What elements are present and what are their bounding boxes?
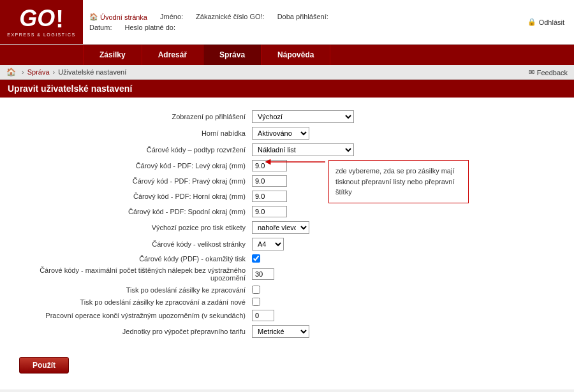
label-pozice: Výchozí pozice pro tisk etikety	[10, 224, 252, 231]
control-horni: Aktivováno Deaktivováno	[252, 127, 564, 140]
label-horni-okraj: Čárový kód - PDF: Horní okraj (mm)	[10, 192, 252, 200]
label-okamzity: Čárové kódy (PDF) - okamžitý tisk	[10, 255, 252, 263]
header: GO ! EXPRESS & LOGISTICS 🏠 Úvodní stránk…	[0, 0, 574, 45]
breadcrumb: 🏠 › Správa › Uživatelské nastavení ✉ Fee…	[0, 65, 574, 80]
zakaznicke-label: Zákaznické číslo GO!:	[196, 13, 265, 21]
select-zobrazeni[interactable]: Výchozí	[252, 110, 354, 123]
label-max-nalepek: Čárové kódy - maximální počet tištěných …	[10, 266, 252, 282]
input-max-nalepek[interactable]	[252, 268, 274, 280]
nav-item-napoveda[interactable]: Nápověda	[261, 45, 330, 65]
zakaznicke-field: Zákaznické číslo GO!:	[196, 13, 265, 21]
checkbox-tisk-zadani[interactable]	[252, 298, 260, 306]
select-jednotky[interactable]: Metrické Imperiální	[252, 325, 309, 338]
label-spodni: Čárový kód - PDF: Spodní okraj (mm)	[10, 208, 252, 215]
page-title-bar: Upravit uživatelské nastavení	[0, 80, 574, 98]
breadcrumb-sep-1: ›	[22, 68, 24, 76]
label-levy: Čárový kód - PDF: Levý okraj (mm)	[10, 162, 252, 170]
logo-exclaim: !	[55, 7, 64, 31]
form-row-tisk-odeslani: Tisk po odeslání zásilky ke zpracování	[10, 286, 564, 294]
jmeno-label: Jméno:	[160, 13, 183, 21]
input-horni-okraj[interactable]	[252, 191, 287, 202]
label-pracovni: Pracovní operace končí výstražným upozor…	[10, 312, 252, 319]
label-pravy: Čárový kód - PDF: Pravý okraj (mm)	[10, 177, 252, 185]
breadcrumb-home-icon[interactable]: 🏠	[6, 68, 16, 76]
form-row-horni: Horní nabídka Aktivováno Deaktivováno	[10, 127, 564, 140]
label-jednotky: Jednotky pro výpočet přepravního tarifu	[10, 328, 252, 335]
select-velikost[interactable]: A4 A5	[252, 238, 284, 250]
barcodes-section: Čárový kód - PDF: Levý okraj (mm) Čárový…	[10, 160, 564, 217]
control-pozice: nahoře vlevo nahoře vpravo dole vlevo do…	[252, 221, 564, 234]
form-row-okamzity: Čárové kódy (PDF) - okamžitý tisk	[10, 254, 564, 263]
form-row-podtyp: Čárové kódy – podtyp rozvržení Nákladní …	[10, 143, 564, 156]
label-tisk-odeslani: Tisk po odeslání zásilky ke zpracování	[10, 286, 252, 294]
label-podtyp: Čárové kódy – podtyp rozvržení	[10, 146, 252, 154]
form-row-jednotky: Jednotky pro výpočet přepravního tarifu …	[10, 325, 564, 338]
form-row-zobrazeni: Zobrazení po přihlášení Výchozí	[10, 110, 564, 123]
feedback-label: Feedback	[537, 68, 568, 76]
header-info: 🏠 Úvodní stránka Jméno: Zákaznické číslo…	[83, 0, 527, 44]
logo-area: GO ! EXPRESS & LOGISTICS	[0, 0, 83, 44]
content-area: Zobrazení po přihlášení Výchozí Horní na…	[0, 98, 574, 389]
nav-item-sprava[interactable]: Správa	[203, 45, 261, 65]
submit-button[interactable]: Použít	[19, 357, 69, 374]
heslo-label: Heslo platné do:	[124, 24, 175, 31]
tooltip-text: zde vybereme, zda se pro zásilky mají ti…	[335, 167, 455, 196]
control-max-nalepek	[252, 268, 564, 280]
control-okamzity	[252, 254, 564, 263]
input-pracovni[interactable]	[252, 310, 274, 321]
label-velikost: Čárové kódy - velikost stránky	[10, 240, 252, 248]
logo-text: GO	[19, 7, 55, 30]
label-horni: Horní nabídka	[10, 129, 252, 137]
tooltip-box: zde vybereme, zda se pro zásilky mají ti…	[328, 160, 469, 203]
control-tisk-odeslani	[252, 286, 564, 294]
home-icon: 🏠	[89, 13, 98, 21]
breadcrumb-sep-2: ›	[53, 68, 55, 76]
datum-label: Datum:	[89, 24, 112, 31]
submit-area: Použít	[10, 347, 564, 380]
page-title: Upravit uživatelské nastavení	[8, 83, 566, 94]
tooltip-callout: zde vybereme, zda se pro zásilky mají ti…	[328, 160, 469, 203]
control-pracovni	[252, 310, 564, 321]
nav-item-zasilky[interactable]: Zásilky	[83, 45, 142, 65]
jmeno-field: Jméno:	[160, 13, 183, 21]
control-velikost: A4 A5	[252, 238, 564, 250]
heslo-field: Heslo platné do:	[124, 24, 175, 31]
form-row-pracovni: Pracovní operace končí výstražným upozor…	[10, 310, 564, 321]
form-row-pozice: Výchozí pozice pro tisk etikety nahoře v…	[10, 221, 564, 234]
breadcrumb-sprava[interactable]: Správa	[27, 68, 50, 76]
doba-field: Doba přihlášení:	[277, 13, 328, 21]
label-tisk-zadani: Tisk po odeslání zásilky ke zpracování a…	[10, 298, 252, 306]
control-spodni	[252, 206, 564, 217]
datum-field: Datum:	[89, 24, 112, 31]
form-row-velikost: Čárové kódy - velikost stránky A4 A5	[10, 238, 564, 250]
form-row-horni-okraj: Čárový kód - PDF: Horní okraj (mm)	[10, 191, 564, 202]
checkbox-okamzity[interactable]	[252, 254, 260, 263]
control-tisk-zadani	[252, 298, 564, 306]
checkbox-tisk-odeslani[interactable]	[252, 286, 260, 294]
control-jednotky: Metrické Imperiální	[252, 325, 564, 338]
odhlasit-link[interactable]: Odhlásit	[539, 18, 564, 26]
form-row-spodni: Čárový kód - PDF: Spodní okraj (mm)	[10, 206, 564, 217]
header-right: 🔒 Odhlásit	[527, 0, 574, 44]
header-bottom-row: Datum: Heslo platné do:	[89, 24, 521, 31]
form-row-max-nalepek: Čárové kódy - maximální počet tištěných …	[10, 266, 564, 282]
control-podtyp: Nákladní list	[252, 143, 564, 156]
home-link[interactable]: 🏠 Úvodní stránka	[89, 13, 147, 21]
select-pozice[interactable]: nahoře vlevo nahoře vpravo dole vlevo do…	[252, 221, 309, 234]
feedback-icon: ✉	[529, 68, 534, 76]
feedback-button[interactable]: ✉ Feedback	[529, 68, 568, 76]
header-top-row: 🏠 Úvodní stránka Jméno: Zákaznické číslo…	[89, 13, 521, 21]
tooltip-arrow	[261, 157, 332, 182]
lock-icon: 🔒	[527, 18, 536, 26]
label-zobrazeni: Zobrazení po přihlášení	[10, 113, 252, 120]
input-spodni[interactable]	[252, 206, 287, 217]
form-row-tisk-zadani: Tisk po odeslání zásilky ke zpracování a…	[10, 298, 564, 306]
select-horni[interactable]: Aktivováno Deaktivováno	[252, 127, 309, 140]
control-zobrazeni: Výchozí	[252, 110, 564, 123]
logo-subtitle: EXPRESS & LOGISTICS	[7, 33, 75, 37]
nav-bar: Zásilky Adresář Správa Nápověda	[0, 45, 574, 65]
doba-label: Doba přihlášení:	[277, 13, 328, 21]
select-podtyp[interactable]: Nákladní list	[252, 143, 354, 156]
breadcrumb-current: Uživatelské nastavení	[58, 68, 126, 76]
nav-item-adresar[interactable]: Adresář	[142, 45, 203, 65]
